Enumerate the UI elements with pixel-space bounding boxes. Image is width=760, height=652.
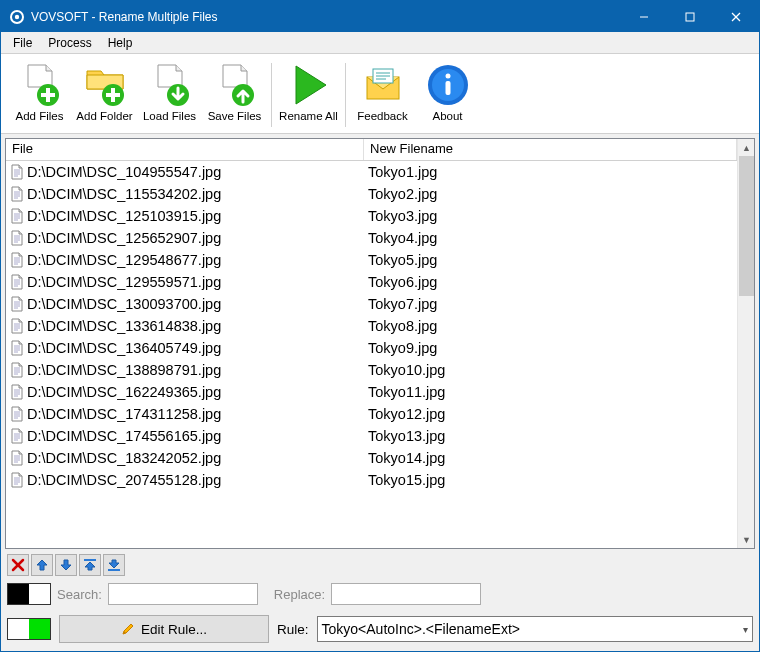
move-top-button[interactable]	[79, 554, 101, 576]
cell-file: D:\DCIM\DSC_174556165.jpg	[6, 428, 364, 444]
scroll-thumb[interactable]	[739, 156, 754, 296]
replace-label: Replace:	[274, 587, 325, 602]
table-row[interactable]: D:\DCIM\DSC_174556165.jpgTokyo13.jpg	[6, 425, 737, 447]
cell-file: D:\DCIM\DSC_104955547.jpg	[6, 164, 364, 180]
column-file[interactable]: File	[6, 139, 364, 160]
scroll-up-icon[interactable]: ▲	[738, 139, 755, 156]
cell-new-filename: Tokyo9.jpg	[364, 340, 737, 356]
cell-file: D:\DCIM\DSC_133614838.jpg	[6, 318, 364, 334]
table-row[interactable]: D:\DCIM\DSC_129559571.jpgTokyo6.jpg	[6, 271, 737, 293]
cell-new-filename: Tokyo8.jpg	[364, 318, 737, 334]
load-files-button[interactable]: Load Files	[137, 57, 202, 133]
titlebar[interactable]: VOVSOFT - Rename Multiple Files	[1, 1, 759, 32]
column-new-filename[interactable]: New Filename	[364, 139, 737, 160]
add-files-button[interactable]: Add Files	[7, 57, 72, 133]
folder-add-icon	[81, 61, 129, 109]
search-input[interactable]	[108, 583, 258, 605]
table-row[interactable]: D:\DCIM\DSC_129548677.jpgTokyo5.jpg	[6, 249, 737, 271]
file-add-icon	[16, 61, 64, 109]
cell-new-filename: Tokyo10.jpg	[364, 362, 737, 378]
file-save-icon	[211, 61, 259, 109]
rule-value: Tokyo<AutoInc>.<FilenameExt>	[322, 621, 520, 637]
cell-file: D:\DCIM\DSC_162249365.jpg	[6, 384, 364, 400]
info-icon	[424, 61, 472, 109]
table-row[interactable]: D:\DCIM\DSC_133614838.jpgTokyo8.jpg	[6, 315, 737, 337]
file-icon	[10, 164, 24, 180]
cell-new-filename: Tokyo15.jpg	[364, 472, 737, 488]
cell-file: D:\DCIM\DSC_136405749.jpg	[6, 340, 364, 356]
file-icon	[10, 428, 24, 444]
add-folder-button[interactable]: Add Folder	[72, 57, 137, 133]
table-row[interactable]: D:\DCIM\DSC_207455128.jpgTokyo15.jpg	[6, 469, 737, 491]
mini-toolbar	[1, 553, 759, 577]
file-icon	[10, 274, 24, 290]
app-icon	[9, 9, 25, 25]
edit-rule-button[interactable]: Edit Rule...	[59, 615, 269, 643]
x-icon	[10, 557, 26, 573]
cell-file: D:\DCIM\DSC_125652907.jpg	[6, 230, 364, 246]
delete-button[interactable]	[7, 554, 29, 576]
window-title: VOVSOFT - Rename Multiple Files	[31, 10, 621, 24]
scrollbar[interactable]: ▲ ▼	[737, 139, 754, 548]
table-row[interactable]: D:\DCIM\DSC_162249365.jpgTokyo11.jpg	[6, 381, 737, 403]
rename-all-button[interactable]: Rename All	[276, 57, 341, 133]
cell-new-filename: Tokyo14.jpg	[364, 450, 737, 466]
scroll-down-icon[interactable]: ▼	[738, 531, 755, 548]
feedback-button[interactable]: Feedback	[350, 57, 415, 133]
table-row[interactable]: D:\DCIM\DSC_115534202.jpgTokyo2.jpg	[6, 183, 737, 205]
save-files-button[interactable]: Save Files	[202, 57, 267, 133]
search-replace-row: Search: Replace:	[1, 577, 759, 611]
move-bottom-button[interactable]	[103, 554, 125, 576]
menu-process[interactable]: Process	[40, 34, 99, 52]
rule-combobox[interactable]: Tokyo<AutoInc>.<FilenameExt> ▾	[317, 616, 753, 642]
file-icon	[10, 406, 24, 422]
table-row[interactable]: D:\DCIM\DSC_174311258.jpgTokyo12.jpg	[6, 403, 737, 425]
rule-label: Rule:	[277, 622, 309, 637]
file-list[interactable]: File New Filename D:\DCIM\DSC_104955547.…	[5, 138, 755, 549]
table-row[interactable]: D:\DCIM\DSC_138898791.jpgTokyo10.jpg	[6, 359, 737, 381]
table-row[interactable]: D:\DCIM\DSC_104955547.jpgTokyo1.jpg	[6, 161, 737, 183]
table-row[interactable]: D:\DCIM\DSC_130093700.jpgTokyo7.jpg	[6, 293, 737, 315]
cell-file: D:\DCIM\DSC_125103915.jpg	[6, 208, 364, 224]
move-up-button[interactable]	[31, 554, 53, 576]
file-icon	[10, 230, 24, 246]
move-down-button[interactable]	[55, 554, 77, 576]
file-icon	[10, 340, 24, 356]
chevron-down-icon: ▾	[743, 624, 748, 635]
cell-file: D:\DCIM\DSC_129548677.jpg	[6, 252, 364, 268]
toolbar-separator	[345, 63, 346, 127]
about-button[interactable]: About	[415, 57, 480, 133]
file-icon	[10, 472, 24, 488]
file-icon	[10, 450, 24, 466]
cell-new-filename: Tokyo13.jpg	[364, 428, 737, 444]
menu-help[interactable]: Help	[100, 34, 141, 52]
pencil-icon	[121, 622, 135, 636]
arrow-down-icon	[58, 557, 74, 573]
close-button[interactable]	[713, 1, 759, 32]
menubar: File Process Help	[1, 32, 759, 54]
svg-rect-4	[686, 13, 694, 21]
cell-file: D:\DCIM\DSC_207455128.jpg	[6, 472, 364, 488]
file-load-icon	[146, 61, 194, 109]
maximize-button[interactable]	[667, 1, 713, 32]
replace-input[interactable]	[331, 583, 481, 605]
arrow-up-icon	[34, 557, 50, 573]
envelope-icon	[359, 61, 407, 109]
cell-file: D:\DCIM\DSC_183242052.jpg	[6, 450, 364, 466]
cell-new-filename: Tokyo2.jpg	[364, 186, 737, 202]
cell-file: D:\DCIM\DSC_130093700.jpg	[6, 296, 364, 312]
menu-file[interactable]: File	[5, 34, 40, 52]
toolbar: Add Files Add Folder Load Files Save Fil…	[1, 54, 759, 134]
cell-new-filename: Tokyo5.jpg	[364, 252, 737, 268]
cell-new-filename: Tokyo6.jpg	[364, 274, 737, 290]
table-row[interactable]: D:\DCIM\DSC_183242052.jpgTokyo14.jpg	[6, 447, 737, 469]
minimize-button[interactable]	[621, 1, 667, 32]
rule-toggle[interactable]	[7, 618, 51, 640]
table-row[interactable]: D:\DCIM\DSC_125103915.jpgTokyo3.jpg	[6, 205, 737, 227]
search-replace-toggle[interactable]	[7, 583, 51, 605]
table-row[interactable]: D:\DCIM\DSC_136405749.jpgTokyo9.jpg	[6, 337, 737, 359]
play-icon	[285, 61, 333, 109]
file-icon	[10, 252, 24, 268]
table-row[interactable]: D:\DCIM\DSC_125652907.jpgTokyo4.jpg	[6, 227, 737, 249]
cell-new-filename: Tokyo12.jpg	[364, 406, 737, 422]
